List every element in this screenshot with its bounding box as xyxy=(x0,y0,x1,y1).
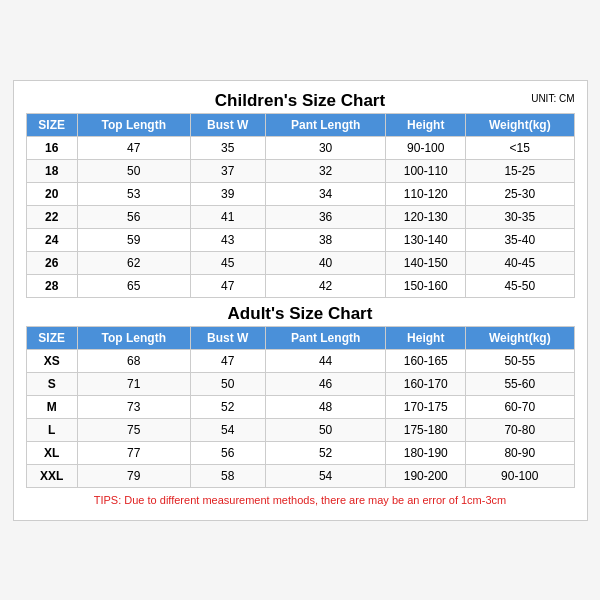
data-cell: 175-180 xyxy=(386,418,466,441)
data-cell: 45-50 xyxy=(466,274,574,297)
chart-container: Children's Size Chart UNIT: CM SIZE Top … xyxy=(13,80,588,521)
data-cell: 54 xyxy=(190,418,265,441)
table-row: M735248170-17560-70 xyxy=(26,395,574,418)
data-cell: 59 xyxy=(77,228,190,251)
data-cell: 39 xyxy=(190,182,265,205)
data-cell: 38 xyxy=(265,228,386,251)
data-cell: 50 xyxy=(190,372,265,395)
adults-col-bust: Bust W xyxy=(190,326,265,349)
table-row: 18503732100-11015-25 xyxy=(26,159,574,182)
adults-col-top-length: Top Length xyxy=(77,326,190,349)
data-cell: 32 xyxy=(265,159,386,182)
data-cell: 40 xyxy=(265,251,386,274)
data-cell: 60-70 xyxy=(466,395,574,418)
children-col-height: Height xyxy=(386,113,466,136)
data-cell: 70-80 xyxy=(466,418,574,441)
children-title: Children's Size Chart xyxy=(215,91,385,110)
data-cell: 56 xyxy=(77,205,190,228)
data-cell: 73 xyxy=(77,395,190,418)
size-col: XXL xyxy=(26,464,77,487)
data-cell: 50-55 xyxy=(466,349,574,372)
data-cell: 41 xyxy=(190,205,265,228)
data-cell: 90-100 xyxy=(466,464,574,487)
table-row: 1647353090-100<15 xyxy=(26,136,574,159)
size-col: 20 xyxy=(26,182,77,205)
table-row: 22564136120-13030-35 xyxy=(26,205,574,228)
data-cell: 79 xyxy=(77,464,190,487)
data-cell: 52 xyxy=(190,395,265,418)
unit-label: UNIT: CM xyxy=(531,93,574,104)
size-col: 28 xyxy=(26,274,77,297)
adults-table: SIZE Top Length Bust W Pant Length Heigh… xyxy=(26,326,575,488)
size-col: XS xyxy=(26,349,77,372)
adults-col-size: SIZE xyxy=(26,326,77,349)
data-cell: 34 xyxy=(265,182,386,205)
data-cell: <15 xyxy=(466,136,574,159)
data-cell: 80-90 xyxy=(466,441,574,464)
data-cell: 75 xyxy=(77,418,190,441)
data-cell: 160-170 xyxy=(386,372,466,395)
data-cell: 37 xyxy=(190,159,265,182)
table-row: 24594338130-14035-40 xyxy=(26,228,574,251)
children-col-pant: Pant Length xyxy=(265,113,386,136)
data-cell: 35-40 xyxy=(466,228,574,251)
size-col: M xyxy=(26,395,77,418)
data-cell: 43 xyxy=(190,228,265,251)
adults-header-row: SIZE Top Length Bust W Pant Length Heigh… xyxy=(26,326,574,349)
tips-text: TIPS: Due to different measurement metho… xyxy=(26,488,575,510)
data-cell: 77 xyxy=(77,441,190,464)
size-col: 22 xyxy=(26,205,77,228)
data-cell: 47 xyxy=(77,136,190,159)
data-cell: 48 xyxy=(265,395,386,418)
table-row: 26624540140-15040-45 xyxy=(26,251,574,274)
children-col-size: SIZE xyxy=(26,113,77,136)
size-col: 16 xyxy=(26,136,77,159)
data-cell: 50 xyxy=(265,418,386,441)
data-cell: 180-190 xyxy=(386,441,466,464)
data-cell: 40-45 xyxy=(466,251,574,274)
data-cell: 62 xyxy=(77,251,190,274)
data-cell: 53 xyxy=(77,182,190,205)
children-table: SIZE Top Length Bust W Pant Length Heigh… xyxy=(26,113,575,298)
data-cell: 140-150 xyxy=(386,251,466,274)
data-cell: 36 xyxy=(265,205,386,228)
data-cell: 42 xyxy=(265,274,386,297)
data-cell: 35 xyxy=(190,136,265,159)
size-col: L xyxy=(26,418,77,441)
size-col: 18 xyxy=(26,159,77,182)
children-header-row: SIZE Top Length Bust W Pant Length Heigh… xyxy=(26,113,574,136)
data-cell: 54 xyxy=(265,464,386,487)
adults-title: Adult's Size Chart xyxy=(228,304,373,323)
adults-col-weight: Weight(kg) xyxy=(466,326,574,349)
children-col-top-length: Top Length xyxy=(77,113,190,136)
data-cell: 130-140 xyxy=(386,228,466,251)
table-row: 20533934110-12025-30 xyxy=(26,182,574,205)
table-row: XXL795854190-20090-100 xyxy=(26,464,574,487)
data-cell: 47 xyxy=(190,349,265,372)
table-row: XL775652180-19080-90 xyxy=(26,441,574,464)
size-col: XL xyxy=(26,441,77,464)
data-cell: 68 xyxy=(77,349,190,372)
size-col: 26 xyxy=(26,251,77,274)
data-cell: 71 xyxy=(77,372,190,395)
data-cell: 30 xyxy=(265,136,386,159)
size-col: S xyxy=(26,372,77,395)
tips-row: TIPS: Due to different measurement metho… xyxy=(26,488,575,510)
data-cell: 170-175 xyxy=(386,395,466,418)
data-cell: 15-25 xyxy=(466,159,574,182)
data-cell: 45 xyxy=(190,251,265,274)
adults-col-height: Height xyxy=(386,326,466,349)
data-cell: 50 xyxy=(77,159,190,182)
table-row: S715046160-17055-60 xyxy=(26,372,574,395)
size-col: 24 xyxy=(26,228,77,251)
main-title: Children's Size Chart UNIT: CM xyxy=(26,91,575,111)
tips-table: TIPS: Due to different measurement metho… xyxy=(26,488,575,510)
children-col-bust: Bust W xyxy=(190,113,265,136)
data-cell: 120-130 xyxy=(386,205,466,228)
data-cell: 47 xyxy=(190,274,265,297)
data-cell: 25-30 xyxy=(466,182,574,205)
data-cell: 190-200 xyxy=(386,464,466,487)
data-cell: 44 xyxy=(265,349,386,372)
data-cell: 160-165 xyxy=(386,349,466,372)
data-cell: 55-60 xyxy=(466,372,574,395)
